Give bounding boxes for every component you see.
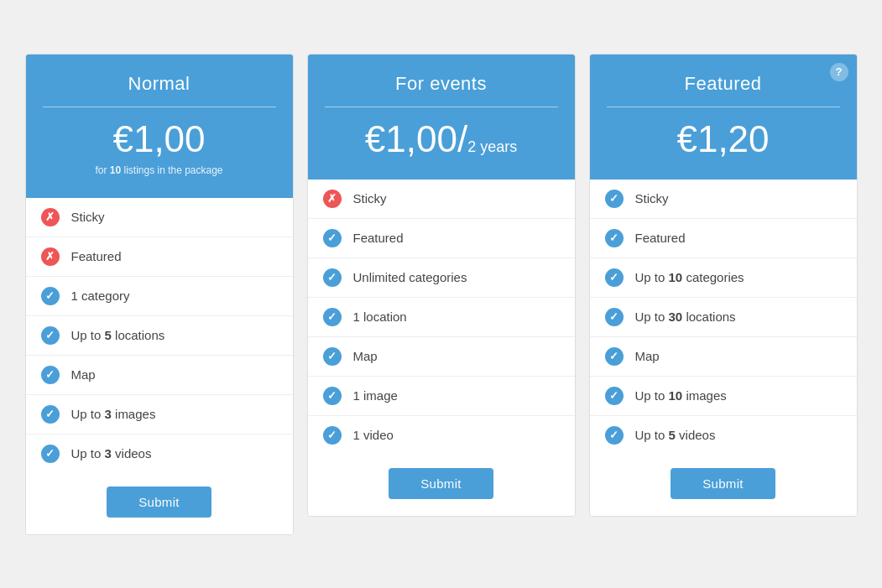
- feature-row: ✓Up to 5 videos: [590, 416, 857, 455]
- plan-footer: Submit: [590, 455, 857, 516]
- feature-row: ✓1 image: [308, 377, 575, 416]
- plan-footer: Submit: [308, 455, 575, 516]
- feature-row: ✓1 location: [308, 298, 575, 337]
- feature-row: ✓Up to 5 locations: [26, 316, 293, 356]
- plan-subtitle: for 10 listings in the package: [43, 164, 276, 176]
- help-icon[interactable]: ?: [830, 63, 848, 81]
- feature-text: 1 location: [353, 310, 407, 324]
- check-icon: ✓: [323, 387, 342, 405]
- plan-features: ✗Sticky✗Featured✓1 category✓Up to 5 loca…: [26, 198, 293, 473]
- feature-row: ✓Up to 10 images: [590, 377, 857, 416]
- check-icon: ✓: [41, 366, 60, 384]
- feature-row: ✓Map: [26, 356, 293, 395]
- feature-row: ✓Up to 3 images: [26, 395, 293, 434]
- feature-text: Up to 5 videos: [635, 428, 716, 442]
- plan-name: Featured: [607, 73, 840, 95]
- check-icon: ✓: [323, 426, 342, 445]
- feature-text: Map: [353, 349, 378, 363]
- plan-header-for-events: For events€1,00/2 years: [308, 55, 575, 180]
- feature-row: ✓1 category: [26, 277, 293, 316]
- feature-text: Up to 5 locations: [71, 328, 165, 342]
- feature-text: Featured: [71, 249, 122, 263]
- feature-text: Sticky: [635, 191, 669, 206]
- submit-button-featured[interactable]: Submit: [671, 468, 775, 499]
- feature-row: ✓Map: [590, 337, 857, 377]
- feature-row: ✓1 video: [308, 416, 575, 455]
- feature-row: ✗Sticky: [308, 180, 575, 219]
- check-icon: ✓: [605, 426, 624, 445]
- submit-button-for-events[interactable]: Submit: [389, 468, 493, 499]
- feature-text: 1 video: [353, 428, 394, 442]
- check-icon: ✓: [323, 347, 342, 366]
- plan-name: For events: [325, 73, 558, 95]
- feature-text: Featured: [353, 231, 404, 245]
- check-icon: ✓: [605, 387, 624, 405]
- plan-card-normal: Normal€1,00for 10 listings in the packag…: [25, 54, 294, 535]
- cross-icon: ✗: [323, 190, 342, 208]
- check-icon: ✓: [41, 326, 60, 345]
- feature-row: ✓Map: [308, 337, 575, 377]
- plan-divider: [607, 107, 840, 107]
- feature-row: ✓Up to 30 locations: [590, 298, 857, 337]
- feature-text: Unlimited categories: [353, 270, 467, 284]
- feature-row: ✓Up to 3 videos: [26, 434, 293, 473]
- plan-price-suffix: 2 years: [467, 138, 517, 155]
- feature-text: Map: [71, 367, 96, 382]
- check-icon: ✓: [41, 445, 60, 463]
- plan-price: €1,20: [607, 121, 840, 158]
- feature-row: ✓Up to 10 categories: [590, 258, 857, 298]
- check-icon: ✓: [605, 229, 624, 247]
- feature-row: ✓Sticky: [590, 180, 857, 219]
- feature-text: Map: [635, 349, 660, 363]
- feature-text: Up to 10 categories: [635, 270, 744, 284]
- check-icon: ✓: [605, 268, 624, 287]
- feature-text: 1 category: [71, 289, 130, 303]
- feature-row: ✓Featured: [308, 219, 575, 258]
- feature-text: Up to 3 images: [71, 407, 156, 421]
- feature-row: ✓Unlimited categories: [308, 258, 575, 298]
- feature-row: ✗Sticky: [26, 198, 293, 237]
- feature-text: Up to 30 locations: [635, 310, 736, 324]
- plan-card-for-events: For events€1,00/2 years✗Sticky✓Featured✓…: [307, 54, 576, 517]
- feature-text: Up to 10 images: [635, 388, 727, 403]
- check-icon: ✓: [323, 308, 342, 326]
- plan-features: ✓Sticky✓Featured✓Up to 10 categories✓Up …: [590, 180, 857, 455]
- check-icon: ✓: [605, 347, 624, 366]
- plan-footer: Submit: [26, 473, 293, 534]
- cross-icon: ✗: [41, 247, 60, 266]
- check-icon: ✓: [41, 287, 60, 305]
- feature-text: 1 image: [353, 388, 398, 403]
- feature-text: Up to 3 videos: [71, 446, 152, 461]
- cross-icon: ✗: [41, 208, 60, 226]
- feature-text: Featured: [635, 231, 686, 245]
- plan-header-featured: ?Featured€1,20: [590, 55, 857, 180]
- plan-price: €1,00/2 years: [325, 121, 558, 158]
- submit-button-normal[interactable]: Submit: [107, 487, 211, 518]
- plan-card-featured: ?Featured€1,20✓Sticky✓Featured✓Up to 10 …: [589, 54, 858, 517]
- check-icon: ✓: [605, 308, 624, 326]
- plan-price: €1,00: [43, 121, 276, 158]
- feature-text: Sticky: [353, 191, 387, 206]
- check-icon: ✓: [605, 190, 624, 208]
- plan-features: ✗Sticky✓Featured✓Unlimited categories✓1 …: [308, 180, 575, 455]
- check-icon: ✓: [323, 229, 342, 247]
- plan-name: Normal: [43, 73, 276, 95]
- feature-row: ✓Featured: [590, 219, 857, 258]
- plan-divider: [325, 107, 558, 107]
- plan-header-normal: Normal€1,00for 10 listings in the packag…: [26, 55, 293, 198]
- check-icon: ✓: [41, 405, 60, 424]
- plan-divider: [43, 107, 276, 107]
- feature-row: ✗Featured: [26, 237, 293, 277]
- feature-text: Sticky: [71, 210, 105, 224]
- check-icon: ✓: [323, 268, 342, 287]
- pricing-container: Normal€1,00for 10 listings in the packag…: [18, 54, 865, 535]
